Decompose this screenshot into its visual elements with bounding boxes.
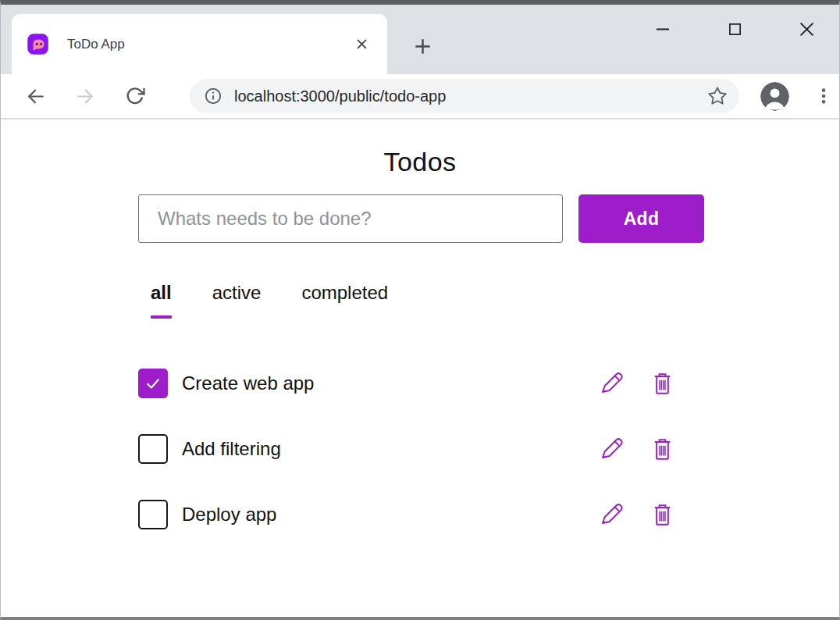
back-icon[interactable] (20, 80, 51, 112)
todo-label: Add filtering (182, 438, 598, 460)
edit-pencil-icon[interactable] (598, 370, 625, 397)
window-controls (646, 12, 824, 45)
delete-trash-icon[interactable] (649, 436, 675, 462)
todo-app-favicon-icon (27, 33, 49, 55)
reload-icon[interactable] (119, 80, 151, 112)
add-button[interactable]: Add (578, 194, 704, 243)
profile-avatar[interactable] (760, 82, 789, 111)
browser-menu-icon[interactable] (813, 85, 835, 107)
page-content: Todos Add all active completed (1, 119, 839, 617)
bookmark-star-icon[interactable] (707, 85, 728, 107)
delete-trash-icon[interactable] (649, 370, 675, 397)
todo-list: Create web app (138, 369, 689, 529)
filter-label: all (151, 280, 172, 305)
todo-checkbox[interactable] (138, 500, 168, 529)
todo-row: Deploy app (138, 500, 689, 529)
todo-row: Add filtering (138, 434, 689, 464)
page-title: Todos (1, 144, 839, 179)
filter-underline (212, 315, 262, 319)
edit-pencil-icon[interactable] (598, 501, 625, 528)
address-bar[interactable]: localhost:3000/public/todo-app (190, 79, 739, 113)
checkmark-icon (143, 373, 163, 394)
todo-row: Create web app (138, 369, 689, 398)
filter-label: active (212, 280, 262, 305)
tab-close-icon[interactable] (351, 34, 372, 55)
browser-tab[interactable]: ToDo App (12, 14, 387, 74)
filter-tab-active[interactable]: active (212, 280, 262, 319)
close-button[interactable] (789, 12, 824, 45)
filter-label: completed (301, 280, 388, 305)
todo-label: Deploy app (182, 504, 598, 526)
forward-icon[interactable] (69, 80, 101, 112)
filter-underline (301, 315, 388, 319)
browser-window: ToDo App (0, 0, 840, 620)
minimize-button[interactable] (646, 12, 680, 45)
tab-title: ToDo App (67, 37, 351, 52)
site-info-icon[interactable] (204, 87, 222, 105)
url-text: localhost:3000/public/todo-app (234, 87, 707, 105)
edit-pencil-icon[interactable] (598, 436, 625, 462)
active-filter-underline (151, 315, 172, 319)
delete-trash-icon[interactable] (649, 501, 675, 528)
tab-strip: ToDo App (1, 5, 839, 74)
browser-toolbar: localhost:3000/public/todo-app (1, 74, 839, 119)
todo-label: Create web app (182, 372, 598, 394)
new-todo-input[interactable] (138, 194, 563, 243)
todo-checkbox[interactable] (138, 434, 168, 464)
maximize-button[interactable] (717, 12, 752, 45)
todo-checkbox[interactable] (138, 369, 168, 398)
add-todo-row: Add (138, 194, 839, 243)
filter-tab-all[interactable]: all (151, 280, 172, 319)
new-tab-button[interactable] (408, 31, 437, 61)
filter-tab-completed[interactable]: completed (301, 280, 388, 319)
filter-tabs: all active completed (151, 280, 839, 319)
